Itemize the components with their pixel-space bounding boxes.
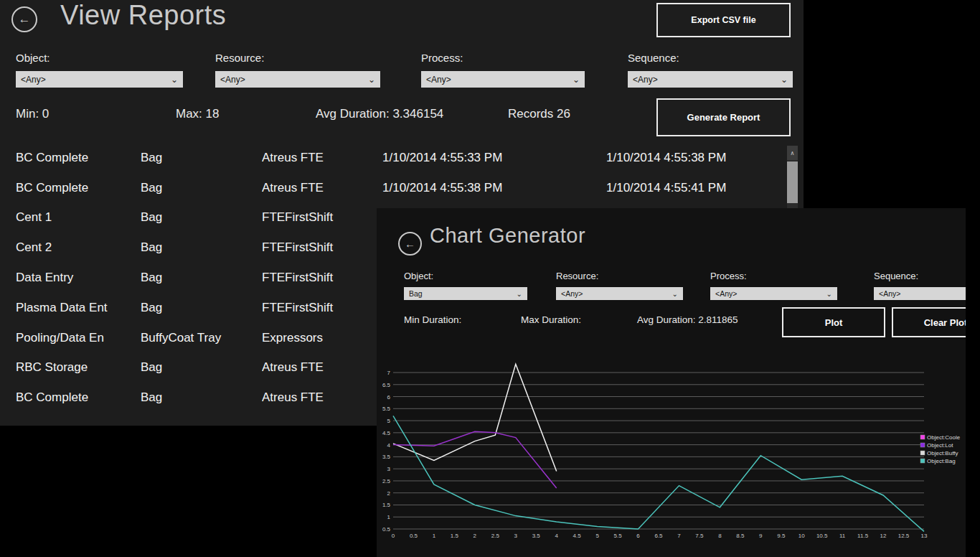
scroll-up-icon[interactable]: ∧ (787, 146, 798, 160)
legend-swatch (920, 459, 925, 463)
filter-label: Sequence: (628, 52, 793, 64)
generate-report-button[interactable]: Generate Report (656, 98, 791, 136)
chevron-down-icon: ⌄ (573, 75, 580, 85)
x-tick-label: 10 (798, 533, 805, 539)
filter-label: Process: (421, 52, 585, 64)
max-duration-stat: Max Duration: (521, 314, 581, 325)
table-cell: FTEFirstShift (262, 301, 382, 315)
y-tick-label: 1.5 (382, 502, 391, 508)
y-tick-label: 7 (387, 370, 391, 376)
filter-label: Resource: (556, 271, 683, 281)
table-cell: Pooling/Data En (16, 331, 141, 345)
x-tick-label: 0 (392, 533, 395, 539)
process-dropdown[interactable]: <Any> ⌄ (421, 71, 585, 88)
x-tick-label: 3.5 (532, 533, 541, 539)
export-csv-button[interactable]: Export CSV file (656, 3, 791, 37)
table-row[interactable]: BC CompleteBagAtreus FTE1/10/2014 4:55:3… (16, 143, 776, 173)
resource-dropdown[interactable]: <Any> ⌄ (215, 71, 380, 88)
x-tick-label: 5.5 (614, 533, 623, 539)
dropdown-value: <Any> (715, 289, 737, 298)
table-cell: Atreus FTE (262, 360, 382, 375)
x-tick-label: 6.5 (654, 533, 663, 539)
x-tick-label: 11 (839, 533, 846, 539)
x-tick-label: 5 (595, 533, 599, 539)
table-cell: BC Complete (16, 390, 141, 405)
chart-generator-window: ← Chart Generator Object: Bag ⌄ Resource… (377, 208, 966, 557)
table-cell: FTEFirstShift (262, 240, 382, 255)
table-row[interactable]: BC CompleteBagAtreus FTE1/10/2014 4:55:3… (16, 173, 776, 203)
y-tick-label: 6 (387, 394, 391, 401)
x-tick-label: 8 (718, 533, 722, 539)
table-cell: BC Complete (16, 181, 141, 195)
x-tick-label: 9 (759, 533, 763, 539)
table-cell: Atreus FTE (262, 151, 382, 165)
scrollbar-thumb[interactable] (787, 162, 798, 203)
legend-label: Object:Coole (927, 434, 961, 441)
min-duration-stat: Min Duration: (404, 314, 461, 325)
filter-sequence: Sequence: <Any> ⌄ (628, 52, 793, 88)
filter-process: Process: <Any> ⌄ (710, 271, 837, 300)
y-tick-label: 2 (387, 490, 391, 497)
filter-label: Sequence: (874, 271, 966, 281)
filter-object: Object: Bag ⌄ (404, 271, 527, 300)
table-cell: BuffyCoat Tray (141, 331, 262, 345)
x-tick-label: 7 (677, 533, 681, 539)
page-title: View Reports (60, 0, 226, 34)
table-cell: 1/10/2014 4:55:41 PM (606, 181, 776, 195)
plot-button[interactable]: Plot (782, 307, 885, 337)
dropdown-value: <Any> (21, 75, 46, 85)
object-dropdown[interactable]: <Any> ⌄ (16, 71, 183, 88)
back-button[interactable]: ← (398, 232, 422, 256)
dropdown-value: <Any> (561, 289, 583, 298)
table-cell: FTEFirstShift (262, 271, 382, 285)
table-cell: Data Entry (16, 271, 141, 285)
back-button[interactable]: ← (11, 6, 37, 32)
table-cell: Bag (141, 301, 262, 315)
y-tick-label: 3.5 (382, 454, 391, 460)
legend-label: Object:Buffy (927, 450, 958, 457)
avg-duration-stat: Avg Duration: 2.811865 (637, 314, 738, 325)
chevron-down-icon: ⌄ (826, 290, 832, 298)
table-cell: Bag (141, 151, 262, 165)
y-tick-label: 2.5 (382, 478, 391, 485)
process-dropdown[interactable]: <Any> ⌄ (710, 287, 837, 300)
y-tick-label: 1 (387, 514, 391, 520)
y-tick-label: 3 (387, 466, 391, 472)
x-tick-label: 0.5 (410, 533, 418, 539)
table-cell: BC Complete (16, 151, 141, 165)
x-tick-label: 9.5 (777, 533, 786, 539)
chevron-down-icon: ⌄ (781, 75, 788, 85)
object-dropdown[interactable]: Bag ⌄ (404, 287, 527, 300)
line-series-Object-Bag (393, 416, 924, 531)
x-tick-label: 13 (921, 533, 928, 539)
filter-label: Resource: (215, 52, 380, 64)
filter-label: Object: (404, 271, 527, 281)
table-cell: RBC Storage (16, 360, 141, 375)
legend-swatch (920, 443, 925, 447)
x-tick-label: 2.5 (491, 533, 500, 539)
y-tick-label: 4.5 (382, 430, 391, 436)
table-cell: Bag (141, 271, 262, 285)
sequence-dropdown[interactable]: <Any> ⌄ (628, 71, 793, 88)
legend-label: Object:Lot (927, 442, 953, 449)
table-cell: Expressors (262, 331, 382, 345)
y-tick-label: 5 (387, 418, 391, 424)
x-tick-label: 4.5 (573, 533, 582, 539)
filter-sequence: Sequence: <Any> ⌄ (874, 271, 966, 300)
table-cell: Bag (141, 210, 262, 225)
resource-dropdown[interactable]: <Any> ⌄ (556, 287, 683, 300)
x-tick-label: 12.5 (898, 533, 910, 539)
dropdown-value: Bag (409, 289, 423, 298)
y-tick-label: 0.5 (382, 526, 391, 533)
avg-duration-stat: Avg Duration: 3.346154 (316, 107, 443, 121)
dropdown-value: <Any> (633, 75, 658, 85)
clear-plot-button[interactable]: Clear Plot (892, 307, 966, 337)
y-tick-label: 5.5 (382, 406, 391, 412)
x-tick-label: 1 (433, 533, 436, 539)
y-tick-label: 4 (387, 442, 391, 449)
sequence-dropdown[interactable]: <Any> ⌄ (874, 287, 966, 300)
legend-swatch (920, 451, 925, 455)
x-tick-label: 2 (473, 533, 477, 539)
records-stat: Records 26 (508, 107, 570, 121)
table-cell: Plasma Data Ent (16, 301, 141, 315)
